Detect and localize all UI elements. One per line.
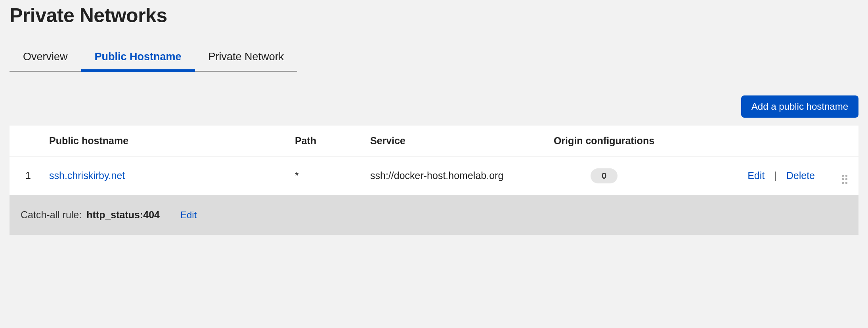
tab-overview[interactable]: Overview bbox=[10, 43, 81, 72]
th-hostname: Public hostname bbox=[49, 135, 295, 147]
add-public-hostname-button[interactable]: Add a public hostname bbox=[741, 95, 858, 118]
actions-bar: Add a public hostname bbox=[0, 95, 868, 126]
catch-all-value: http_status:404 bbox=[86, 209, 160, 221]
tab-public-hostname[interactable]: Public Hostname bbox=[81, 43, 195, 72]
row-path: * bbox=[295, 170, 370, 181]
th-path: Path bbox=[295, 135, 370, 147]
page-title: Private Networks bbox=[0, 0, 868, 43]
action-divider: | bbox=[774, 170, 777, 181]
catch-all-edit-link[interactable]: Edit bbox=[180, 210, 197, 221]
row-origin: 0 bbox=[541, 168, 667, 183]
row-actions: Edit | Delete bbox=[667, 170, 831, 181]
catch-all-label: Catch-all rule: bbox=[21, 209, 82, 221]
row-drag bbox=[831, 168, 858, 184]
delete-link[interactable]: Delete bbox=[786, 170, 815, 181]
table-header-row: Public hostname Path Service Origin conf… bbox=[10, 126, 858, 156]
row-service: ssh://docker-host.homelab.org bbox=[370, 170, 541, 181]
th-origin: Origin configurations bbox=[541, 135, 667, 147]
catch-all-rule: Catch-all rule: http_status:404 Edit bbox=[10, 195, 858, 235]
hostname-link[interactable]: ssh.chriskirby.net bbox=[49, 170, 295, 181]
table-row: 1 ssh.chriskirby.net * ssh://docker-host… bbox=[10, 156, 858, 195]
drag-handle-icon[interactable] bbox=[842, 175, 847, 184]
th-service: Service bbox=[370, 135, 541, 147]
hostnames-table: Public hostname Path Service Origin conf… bbox=[10, 126, 858, 195]
origin-count-badge: 0 bbox=[591, 168, 618, 183]
tab-private-network[interactable]: Private Network bbox=[195, 43, 298, 72]
tabs: Overview Public Hostname Private Network bbox=[10, 43, 868, 72]
edit-link[interactable]: Edit bbox=[748, 170, 765, 181]
row-index: 1 bbox=[10, 170, 49, 181]
